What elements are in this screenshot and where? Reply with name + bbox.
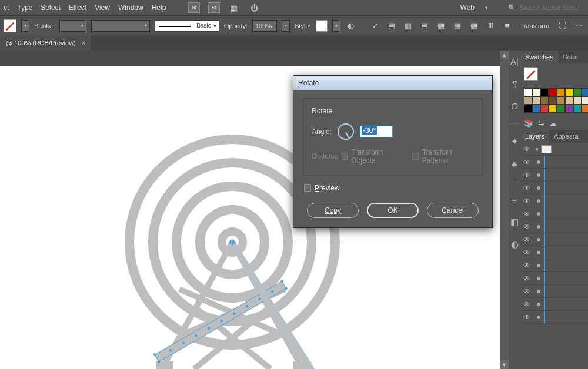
swatch-cell[interactable] bbox=[582, 105, 588, 113]
target-icon[interactable] bbox=[537, 225, 540, 229]
transparency-panel-icon[interactable]: ◐ bbox=[509, 239, 520, 250]
distribute-h-icon[interactable]: Ⅲ bbox=[485, 20, 496, 32]
visibility-icon[interactable]: 👁 bbox=[520, 184, 533, 192]
angle-dial[interactable] bbox=[338, 123, 354, 140]
symbols-panel-icon[interactable]: ♣ bbox=[509, 158, 520, 170]
swatch-cell[interactable] bbox=[540, 96, 549, 105]
brush-definition[interactable]: Basic ▾ bbox=[155, 20, 219, 32]
opacity-flyout[interactable]: ▸ bbox=[282, 20, 290, 32]
more-icon[interactable]: ⋯ bbox=[573, 20, 584, 32]
fill-swatch[interactable] bbox=[4, 19, 16, 32]
swatch-kind-icon[interactable]: ☁ bbox=[549, 119, 557, 128]
opacity-value[interactable]: 100% bbox=[252, 20, 277, 32]
visibility-icon[interactable]: 👁 bbox=[520, 261, 533, 270]
ok-button[interactable]: OK bbox=[367, 203, 419, 218]
menu-item[interactable]: View bbox=[95, 4, 110, 12]
target-icon[interactable] bbox=[537, 251, 540, 254]
tab-color[interactable]: Colo bbox=[558, 51, 581, 63]
layer-row[interactable]: 👁 bbox=[520, 298, 588, 311]
swatch-cell[interactable] bbox=[524, 88, 532, 96]
arrange-documents-icon[interactable]: ▦ bbox=[228, 2, 240, 14]
swatch-cell[interactable] bbox=[557, 105, 565, 113]
swatch-options-icon[interactable]: ⇆ bbox=[538, 119, 544, 128]
swatch-cell[interactable] bbox=[557, 88, 565, 96]
swatch-cell[interactable] bbox=[565, 88, 573, 96]
layer-row[interactable]: 👁 bbox=[520, 259, 588, 272]
swatch-cell[interactable] bbox=[573, 96, 582, 105]
target-icon[interactable] bbox=[537, 160, 540, 164]
stock-icon[interactable]: St bbox=[208, 2, 220, 13]
paragraph-panel-icon[interactable]: ¶ bbox=[509, 78, 520, 89]
stroke-profile[interactable]: ▾ bbox=[91, 20, 150, 32]
layer-row[interactable]: 👁 bbox=[520, 272, 588, 285]
visibility-icon[interactable]: 👁 bbox=[520, 197, 533, 205]
align-left-icon[interactable]: ⤢ bbox=[369, 20, 381, 32]
layer-row[interactable]: 👁 bbox=[520, 246, 588, 259]
angle-input[interactable]: -30° bbox=[360, 126, 393, 137]
layer-row[interactable]: 👁 bbox=[520, 169, 588, 182]
menu-item[interactable]: Effect bbox=[69, 4, 86, 12]
preview-checkbox[interactable] bbox=[304, 184, 311, 192]
swatch-cell[interactable] bbox=[532, 105, 540, 113]
transform-panel-label[interactable]: Transform bbox=[517, 22, 552, 29]
swatch-cell[interactable] bbox=[565, 96, 573, 105]
visibility-icon[interactable]: 👁 bbox=[520, 249, 533, 257]
vertical-scrollbar[interactable]: ▲ ▼ bbox=[500, 51, 509, 369]
brushes-panel-icon[interactable]: ✦ bbox=[509, 136, 520, 147]
tab-swatches[interactable]: Swatches bbox=[520, 51, 558, 63]
swatch-libraries-icon[interactable]: 📚 bbox=[524, 119, 533, 128]
visibility-icon[interactable]: 👁 bbox=[520, 145, 533, 153]
swatch-cell[interactable] bbox=[549, 96, 557, 105]
layer-row[interactable]: 👁 bbox=[520, 311, 588, 324]
menu-item[interactable]: Window bbox=[118, 4, 143, 12]
distribute-v-icon[interactable]: ≡ bbox=[501, 20, 513, 32]
workspace-switcher[interactable]: Web bbox=[460, 4, 475, 12]
layer-row[interactable]: 👁 bbox=[520, 207, 588, 220]
layer-row[interactable]: 👁 bbox=[520, 182, 588, 194]
swatch-cell[interactable] bbox=[565, 105, 573, 113]
isolate-icon[interactable]: ⛶ bbox=[556, 20, 568, 32]
swatch-cell[interactable] bbox=[573, 105, 582, 113]
swatch-cell[interactable] bbox=[524, 96, 532, 105]
visibility-icon[interactable]: 👁 bbox=[520, 210, 533, 218]
swatch-cell[interactable] bbox=[573, 88, 582, 96]
target-icon[interactable] bbox=[537, 212, 540, 216]
stock-search[interactable]: 🔍 bbox=[508, 4, 584, 12]
gradient-panel-icon[interactable]: ◧ bbox=[509, 216, 520, 228]
swatch-cell[interactable] bbox=[524, 105, 532, 113]
stroke-panel-icon[interactable]: ≡ bbox=[509, 194, 520, 206]
dialog-title-bar[interactable]: Rotate bbox=[293, 76, 492, 90]
visibility-icon[interactable]: 👁 bbox=[520, 300, 533, 308]
target-icon[interactable] bbox=[537, 238, 540, 241]
scroll-up-icon[interactable]: ▲ bbox=[500, 51, 509, 59]
swatch-cell[interactable] bbox=[582, 88, 588, 96]
swatch-cell[interactable] bbox=[557, 96, 565, 105]
menu-item[interactable]: ct bbox=[4, 4, 9, 12]
style-dropdown[interactable]: ▾ bbox=[332, 20, 340, 32]
copy-button[interactable]: Copy bbox=[307, 203, 359, 218]
align-h-right-icon[interactable]: ▤ bbox=[419, 20, 430, 32]
close-tab-icon[interactable]: × bbox=[82, 39, 85, 46]
menu-item[interactable]: Type bbox=[17, 4, 32, 12]
current-swatch[interactable] bbox=[524, 67, 538, 81]
swatch-cell[interactable] bbox=[582, 96, 588, 105]
chevron-down-icon[interactable]: ▾ bbox=[536, 146, 539, 152]
target-icon[interactable] bbox=[537, 173, 540, 177]
align-h-center-icon[interactable]: ▥ bbox=[402, 20, 414, 32]
layer-row[interactable]: 👁 bbox=[520, 220, 588, 233]
target-icon[interactable] bbox=[537, 264, 540, 267]
document-tab[interactable]: @ 100% (RGB/Preview) × bbox=[0, 35, 92, 51]
align-h-left-icon[interactable]: ▤ bbox=[386, 20, 397, 32]
visibility-icon[interactable]: 👁 bbox=[520, 236, 533, 244]
swatch-cell[interactable] bbox=[540, 88, 549, 96]
tab-appearance[interactable]: Appeara bbox=[549, 130, 583, 143]
visibility-icon[interactable]: 👁 bbox=[520, 274, 533, 283]
layer-row[interactable]: 👁 bbox=[520, 194, 588, 207]
preview-row[interactable]: Preview bbox=[304, 184, 482, 192]
align-v-bottom-icon[interactable]: ▦ bbox=[468, 20, 480, 32]
character-panel-icon[interactable]: A| bbox=[509, 55, 520, 67]
layer-row[interactable]: 👁 bbox=[520, 156, 588, 169]
gpu-icon[interactable]: ⏻ bbox=[248, 2, 260, 14]
visibility-icon[interactable]: 👁 bbox=[520, 223, 533, 231]
graphic-style-swatch[interactable] bbox=[316, 20, 328, 32]
